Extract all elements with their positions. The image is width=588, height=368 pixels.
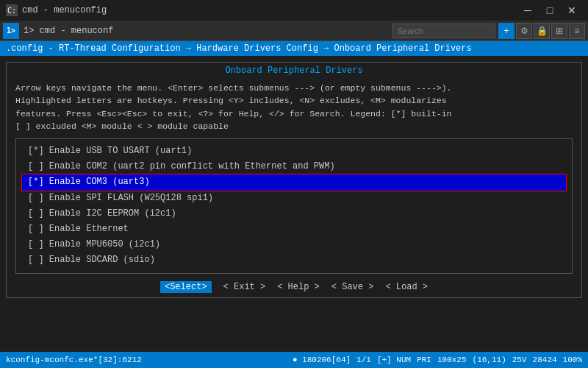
- status-info6: (16,11): [473, 355, 506, 364]
- status-bar: kconfig-mconfc.exe*[32]:6212 ● 180206[64…: [0, 352, 588, 368]
- status-process: kconfig-mconfc.exe*[32]:6212: [6, 355, 142, 364]
- bottom-bar: <Select> < Exit > < Help > < Save > < Lo…: [7, 277, 581, 297]
- list-item[interactable]: [ ] Enable SDCARD (sdio): [22, 252, 566, 268]
- toolbar-actions: + ⚙ 🔒 ⊞ ≡: [498, 23, 585, 39]
- settings-button[interactable]: ⚙: [516, 23, 532, 39]
- extra-button[interactable]: ≡: [569, 23, 585, 39]
- help-line-2: Highlighted letters are hotkeys. Pressin…: [15, 94, 573, 107]
- help-line-4: [ ] excluded <M> module < > module capab…: [15, 120, 573, 132]
- list-item[interactable]: [ ] Enable MPU6050 (i2c1): [22, 237, 566, 252]
- menu-list: [*] Enable USB TO USART (uart1) [ ] Enab…: [15, 138, 573, 274]
- title-text: cmd - menuconfig: [22, 5, 517, 15]
- dialog-title: Onboard Peripheral Drivers: [7, 63, 581, 79]
- status-info8: 28424: [533, 355, 557, 364]
- help-line-1: Arrow keys navigate the menu. <Enter> se…: [15, 82, 573, 94]
- breadcrumb-nav: → Hardware Drivers Config → Onboard Peri…: [186, 43, 472, 54]
- add-button[interactable]: +: [498, 23, 514, 39]
- grid-button[interactable]: ⊞: [551, 23, 567, 39]
- status-info1: ● 180206[64]: [293, 355, 351, 364]
- lock-button[interactable]: 🔒: [534, 23, 550, 39]
- exit-button[interactable]: < Exit >: [223, 282, 266, 292]
- breadcrumb-config: .config - RT-Thread Configuration: [6, 43, 181, 54]
- load-button[interactable]: < Load >: [385, 282, 428, 292]
- dialog: Onboard Peripheral Drivers Arrow keys na…: [6, 62, 582, 298]
- maximize-button[interactable]: □: [539, 3, 560, 18]
- app-icon: C:: [6, 4, 18, 16]
- menu-bar: 1> 1> cmd - menuconf + ⚙ 🔒 ⊞ ≡: [0, 21, 588, 41]
- title-bar: C: cmd - menuconfig ─ □ ✕: [0, 0, 588, 21]
- list-item-selected[interactable]: [*] Enable COM3 (uart3): [22, 174, 566, 190]
- status-left: kconfig-mconfc.exe*[32]:6212: [6, 355, 142, 364]
- menu-title: 1> cmd - menuconf: [24, 26, 392, 36]
- list-item[interactable]: [*] Enable USB TO USART (uart1): [22, 144, 566, 159]
- window-controls: ─ □ ✕: [517, 3, 582, 18]
- help-line-3: features. Press <Esc><Esc> to exit, <?> …: [15, 107, 573, 120]
- help-button[interactable]: < Help >: [277, 282, 320, 292]
- status-info7: 25V: [512, 355, 527, 364]
- close-button[interactable]: ✕: [562, 3, 582, 18]
- terminal-icon: 1>: [3, 23, 19, 39]
- status-info9: 100%: [563, 355, 582, 364]
- list-item[interactable]: [ ] Enable Ethernet: [22, 222, 566, 237]
- status-info2: 1/1: [356, 355, 371, 364]
- breadcrumb: .config - RT-Thread Configuration → Hard…: [0, 41, 588, 56]
- list-item[interactable]: [ ] Enable SPI FLASH (W25Q128 spi1): [22, 191, 566, 206]
- save-button[interactable]: < Save >: [331, 282, 374, 292]
- main-content: Onboard Peripheral Drivers Arrow keys na…: [0, 56, 588, 352]
- status-right: ● 180206[64] 1/1 [+] NUM PRI 100x25 (16,…: [293, 355, 582, 364]
- dialog-help: Arrow keys navigate the menu. <Enter> se…: [7, 79, 581, 135]
- status-info4: PRI: [417, 355, 431, 364]
- svg-text:C:: C:: [7, 7, 16, 15]
- select-button[interactable]: <Select>: [160, 281, 212, 293]
- search-input[interactable]: [392, 24, 495, 38]
- list-item[interactable]: [ ] Enable COM2 (uart2 pin conflict with…: [22, 159, 566, 174]
- list-item[interactable]: [ ] Enable I2C EEPROM (i2c1): [22, 206, 566, 222]
- status-info3: [+] NUM: [377, 355, 411, 364]
- minimize-button[interactable]: ─: [517, 3, 538, 18]
- status-info5: 100x25: [437, 355, 467, 364]
